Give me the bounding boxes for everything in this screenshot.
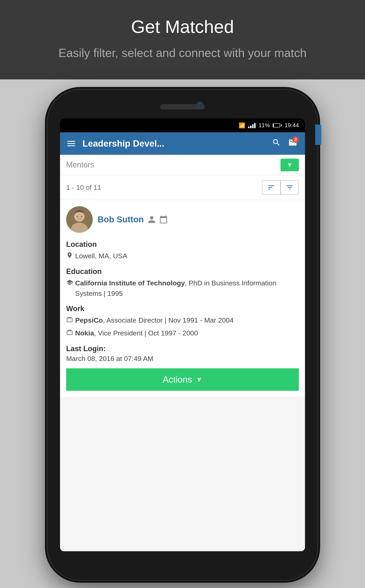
battery-icon <box>273 123 282 127</box>
mentor-header: Bob Sutton <box>66 206 299 233</box>
time-text: 19:44 <box>285 122 299 129</box>
education-section: Education California Institute of Techno… <box>66 267 299 299</box>
signal-bars-icon <box>248 123 256 128</box>
education-institution: California Institute of Technology <box>75 279 185 287</box>
last-login-label: Last Login: <box>66 344 299 353</box>
banner-subtitle: Easily filter, select and connect with y… <box>24 44 341 61</box>
education-value: California Institute of Technology, PhD … <box>66 278 299 299</box>
location-section: Location Lowell, MA, USA <box>66 240 299 262</box>
work-company-1: PepsiCo <box>75 316 103 324</box>
mentor-card: Bob Sutton <box>60 200 305 397</box>
hamburger-menu-icon[interactable] <box>66 140 76 147</box>
svg-point-5 <box>81 216 82 217</box>
location-label: Location <box>66 240 299 249</box>
filter-button[interactable] <box>281 180 299 195</box>
status-icons: 📶 11% 19:44 <box>239 122 299 129</box>
work-entry-1-text: PepsiCo, Associate Director | Nov 1991 -… <box>75 315 299 325</box>
results-count: 1 - 10 of 11 <box>66 183 101 191</box>
mentor-action-icons <box>147 215 168 224</box>
phone-screen: 📶 11% 19:44 Leadership Devel <box>60 119 305 551</box>
briefcase-icon-2 <box>66 328 73 339</box>
wifi-icon: 📶 <box>239 122 245 129</box>
last-login-section: Last Login: March 08, 2016 at 07:49 AM <box>66 344 299 363</box>
mail-button[interactable]: 2 <box>287 136 299 151</box>
app-title: Leadership Devel... <box>83 138 266 149</box>
mentor-info: Bob Sutton <box>98 215 168 224</box>
actions-label: Actions <box>163 374 192 385</box>
work-section: Work PepsiCo, Associate Director | Nov 1… <box>66 304 299 339</box>
location-value: Lowell, MA, USA <box>66 251 299 262</box>
app-header: Leadership Devel... 2 <box>60 132 305 155</box>
phone-device: 📶 11% 19:44 Leadership Devel <box>48 90 317 580</box>
phone-outer: 📶 11% 19:44 Leadership Devel <box>48 90 317 580</box>
work-entry-2-text: Nokia, Vice President | Oct 1997 - 2000 <box>75 328 299 338</box>
search-button[interactable] <box>270 136 282 151</box>
svg-point-4 <box>77 216 78 217</box>
phone-camera <box>196 102 203 109</box>
results-action-buttons <box>262 180 299 195</box>
work-entry-2: Nokia, Vice President | Oct 1997 - 2000 <box>66 328 299 339</box>
results-header: 1 - 10 of 11 <box>60 175 305 200</box>
work-label: Work <box>66 304 299 313</box>
status-bar: 📶 11% 19:44 <box>60 119 305 132</box>
blue-tab <box>315 125 321 145</box>
filter-dropdown-button[interactable]: ▼ <box>281 159 299 171</box>
actions-button[interactable]: Actions ▼ <box>66 368 299 391</box>
education-text: California Institute of Technology, PhD … <box>75 278 299 299</box>
banner-title: Get Matched <box>24 16 341 37</box>
top-banner: Get Matched Easily filter, select and co… <box>0 0 365 79</box>
sort-button[interactable] <box>262 180 281 195</box>
work-entry-1: PepsiCo, Associate Director | Nov 1991 -… <box>66 315 299 326</box>
education-label: Education <box>66 267 299 276</box>
last-login-value: March 08, 2016 at 07:49 AM <box>66 355 299 363</box>
mentor-name: Bob Sutton <box>98 215 144 224</box>
battery-percent-text: 11% <box>259 122 270 129</box>
location-text: Lowell, MA, USA <box>75 251 299 261</box>
work-company-2: Nokia <box>75 329 94 337</box>
chevron-down-icon: ▼ <box>287 161 293 168</box>
mentor-avatar <box>66 206 93 233</box>
mail-badge: 2 <box>292 136 299 143</box>
work-role-2: , Vice President | Oct 1997 - 2000 <box>94 329 198 337</box>
location-icon <box>66 251 73 262</box>
mentor-name-row: Bob Sutton <box>98 215 168 224</box>
svg-point-3 <box>75 211 84 221</box>
work-role-1: , Associate Director | Nov 1991 - Mar 20… <box>103 316 233 324</box>
briefcase-icon-1 <box>66 315 73 326</box>
filter-row: Mentors ▼ <box>60 155 305 175</box>
filter-label: Mentors <box>66 161 281 169</box>
actions-arrow-icon: ▼ <box>196 376 202 383</box>
graduation-icon <box>66 278 73 289</box>
